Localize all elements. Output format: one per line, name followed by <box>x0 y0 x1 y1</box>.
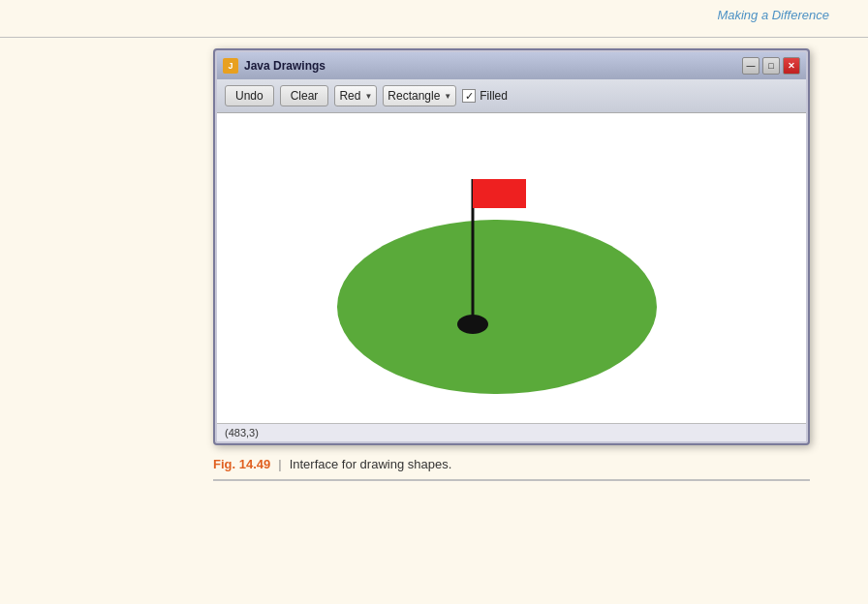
window-titlebar: J Java Drawings — □ ✕ <box>217 52 806 79</box>
close-button[interactable]: ✕ <box>783 57 800 75</box>
maximize-button[interactable]: □ <box>762 57 780 75</box>
status-bar: (483,3) <box>217 423 806 441</box>
shape-value: Rectangle <box>388 89 440 103</box>
toolbar: Undo Clear Red ▼ Rectangle ▼ ✓ Filled <box>217 79 806 113</box>
golf-hole <box>457 315 488 334</box>
page-header-title: Making a Difference <box>717 8 829 22</box>
golf-green-ellipse <box>337 220 657 394</box>
shape-dropdown-arrow: ▼ <box>444 92 451 101</box>
window-controls: — □ ✕ <box>742 57 800 75</box>
figure-label: Fig. 14.49 <box>213 457 270 471</box>
figure-caption-text: Interface for drawing shapes. <box>290 457 452 471</box>
red-flag <box>473 179 526 208</box>
clear-button[interactable]: Clear <box>280 85 329 106</box>
undo-button[interactable]: Undo <box>225 85 274 106</box>
header-divider <box>0 37 868 38</box>
shape-select[interactable]: Rectangle ▼ <box>383 85 456 106</box>
color-value: Red <box>339 89 360 103</box>
coordinates-display: (483,3) <box>225 427 259 438</box>
canvas-svg <box>217 113 806 423</box>
window-icon-label: J <box>228 61 232 71</box>
color-select[interactable]: Red ▼ <box>334 85 377 106</box>
window-icon: J <box>223 58 238 74</box>
color-dropdown-arrow: ▼ <box>364 92 372 101</box>
figure-caption: Fig. 14.49 | Interface for drawing shape… <box>213 457 810 481</box>
minimize-button[interactable]: — <box>742 57 760 75</box>
java-drawings-window: J Java Drawings — □ ✕ Undo Clear Red ▼ R… <box>213 48 810 445</box>
figure-pipe: | <box>278 457 281 471</box>
filled-checkbox[interactable]: ✓ <box>462 89 476 103</box>
filled-label: Filled <box>480 89 508 103</box>
filled-checkbox-label[interactable]: ✓ Filled <box>462 89 508 103</box>
figure-container: J Java Drawings — □ ✕ Undo Clear Red ▼ R… <box>213 48 810 481</box>
window-title: Java Drawings <box>244 59 326 73</box>
drawing-canvas[interactable] <box>217 113 806 423</box>
